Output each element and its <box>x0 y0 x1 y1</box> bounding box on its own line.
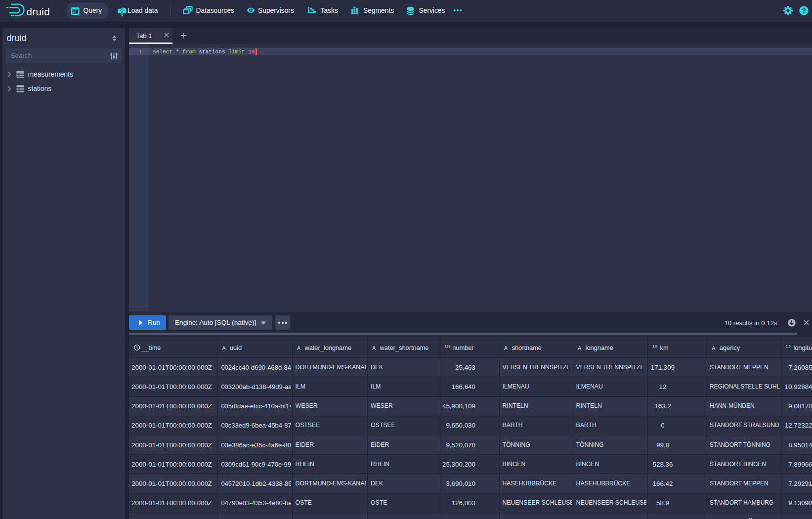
svg-text:?: ? <box>802 7 806 14</box>
